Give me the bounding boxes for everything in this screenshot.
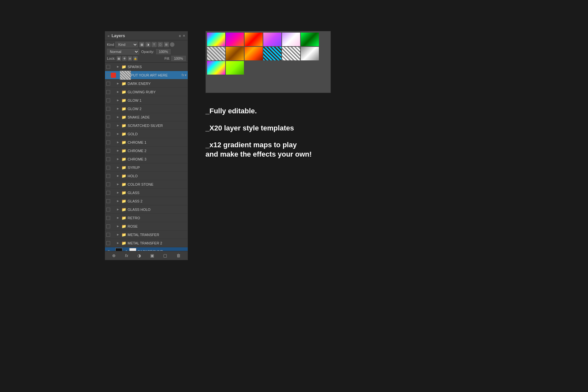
folder-button[interactable]: ▣: [149, 253, 155, 259]
close-icon[interactable]: ×: [183, 34, 185, 38]
eye-icon[interactable]: [111, 106, 116, 111]
visibility-checkbox[interactable]: [106, 199, 110, 203]
eye-icon[interactable]: [111, 148, 116, 153]
layer-row[interactable]: ▶ 📁 GOLD: [105, 130, 188, 138]
expand-arrow[interactable]: ▶: [116, 208, 120, 211]
lock-all-icon[interactable]: 🔒: [133, 56, 138, 61]
swatch-6[interactable]: [301, 33, 319, 46]
expand-arrow[interactable]: ▶: [116, 82, 120, 86]
layer-row[interactable]: ▶ 📁 RETRO: [105, 214, 188, 222]
visibility-checkbox[interactable]: [106, 98, 110, 102]
visibility-checkbox[interactable]: [106, 140, 110, 144]
delete-layer-button[interactable]: 🗑: [175, 253, 182, 259]
visibility-checkbox[interactable]: [106, 191, 110, 195]
visibility-checkbox[interactable]: [106, 124, 110, 128]
swatch-5[interactable]: [282, 33, 300, 46]
visibility-checkbox[interactable]: [106, 157, 110, 161]
swatch-10[interactable]: [263, 47, 281, 60]
eye-icon[interactable]: [111, 224, 116, 229]
visibility-checkbox[interactable]: [106, 241, 110, 245]
visibility-checkbox[interactable]: [106, 208, 110, 211]
eye-icon[interactable]: [111, 98, 116, 103]
eye-icon[interactable]: [111, 165, 116, 170]
expand-arrow[interactable]: ▶: [116, 132, 120, 136]
layer-row[interactable]: ▶ 📁 HOLO: [105, 172, 188, 180]
eye-icon[interactable]: [111, 140, 116, 145]
expand-arrow[interactable]: ▶: [116, 149, 120, 153]
expand-arrow[interactable]: ▶: [116, 191, 120, 195]
visibility-checkbox[interactable]: [106, 233, 110, 237]
new-layer-button[interactable]: ▢: [162, 253, 168, 259]
layer-row[interactable]: ▶ 📁 GLOW 2: [105, 105, 188, 113]
eye-icon[interactable]: [111, 89, 116, 95]
visibility-checkbox[interactable]: [106, 224, 110, 228]
expand-arrow[interactable]: ▶: [116, 216, 120, 220]
kind-select[interactable]: Kind: [115, 42, 138, 47]
layer-row-background[interactable]: 👁 🔒 BACKGROUND: [105, 247, 188, 251]
fx-badge[interactable]: fx ▾: [182, 73, 186, 77]
lock-move-icon[interactable]: ✥: [122, 56, 127, 61]
eye-icon[interactable]: [111, 173, 116, 179]
collapse-icon[interactable]: «: [108, 34, 110, 38]
expand-arrow[interactable]: ▶: [116, 90, 120, 94]
adjustment-icon[interactable]: ◑: [145, 42, 151, 47]
visibility-checkbox[interactable]: [106, 216, 110, 220]
eye-icon[interactable]: [111, 157, 116, 162]
eye-icon[interactable]: [111, 215, 116, 221]
layer-row[interactable]: ▶ 📁 SYRUP: [105, 163, 188, 172]
expand-arrow[interactable]: ▶: [116, 241, 120, 245]
lock-artboard-icon[interactable]: ⊞: [128, 56, 132, 61]
layer-row[interactable]: ▶ 📁 GLASS 2: [105, 197, 188, 205]
layer-row[interactable]: ▶ 📁 SNAKE JADE: [105, 113, 188, 121]
swatch-9[interactable]: [245, 47, 263, 60]
pixel-icon[interactable]: ▩: [139, 42, 144, 47]
link-icon[interactable]: ⊕: [111, 253, 117, 259]
expand-arrow[interactable]: ▶: [116, 224, 120, 228]
fx-chevron[interactable]: ▾: [185, 73, 186, 77]
eye-icon[interactable]: [111, 81, 116, 86]
layer-row[interactable]: ▶ 📁 GLOW 1: [105, 96, 188, 105]
visibility-checkbox[interactable]: [106, 90, 110, 94]
swatch-8[interactable]: [226, 47, 244, 60]
layer-row[interactable]: ▶ 📁 DARK ENERY: [105, 79, 188, 88]
eye-icon[interactable]: [111, 199, 116, 204]
layer-row[interactable]: ▶ 📁 METAL TRANSFER: [105, 231, 188, 239]
expand-arrow[interactable]: ▶: [116, 65, 120, 69]
lock-pixel-icon[interactable]: ▩: [117, 56, 121, 61]
visibility-checkbox[interactable]: [106, 73, 110, 77]
layer-row[interactable]: ▶ 📁 GLASS: [105, 189, 188, 197]
eye-icon[interactable]: [111, 232, 116, 237]
smart-icon[interactable]: ⊞: [164, 42, 169, 47]
visibility-checkbox[interactable]: [106, 132, 110, 136]
expand-arrow[interactable]: ▶: [116, 199, 120, 203]
layer-row-art[interactable]: 👁 PUT YOUR ART HERE fx ▾: [105, 71, 188, 79]
swatch-3[interactable]: [245, 33, 263, 46]
expand-arrow[interactable]: ▶: [116, 166, 120, 170]
visibility-checkbox[interactable]: [106, 107, 110, 111]
swatch-12[interactable]: [301, 47, 319, 60]
eye-icon-art[interactable]: 👁: [111, 73, 116, 78]
eye-icon[interactable]: [111, 190, 116, 195]
eye-icon[interactable]: [111, 241, 116, 246]
expand-arrow[interactable]: ▶: [116, 124, 120, 128]
layer-row[interactable]: ▶ 📁 ROSE: [105, 222, 188, 231]
eye-icon[interactable]: [111, 131, 116, 137]
layer-row[interactable]: ▶ 📁 CHROME 2: [105, 147, 188, 155]
blend-mode-select[interactable]: Normal: [107, 49, 139, 55]
swatch-1[interactable]: [207, 33, 225, 46]
visibility-checkbox[interactable]: [106, 182, 110, 186]
swatch-7[interactable]: [207, 47, 225, 60]
circle-filter-icon[interactable]: [170, 42, 174, 47]
visibility-checkbox[interactable]: [106, 166, 110, 170]
expand-arrow[interactable]: ▶: [116, 98, 120, 102]
expand-arrow[interactable]: ▶: [116, 233, 120, 237]
expand-arrow[interactable]: ▶: [116, 140, 120, 144]
layer-row[interactable]: ▶ 📁 COLOR STONE: [105, 180, 188, 189]
visibility-checkbox[interactable]: [106, 174, 110, 178]
visibility-checkbox[interactable]: [106, 115, 110, 119]
eye-icon[interactable]: [111, 207, 116, 212]
swatch-14[interactable]: [226, 61, 244, 75]
expand-arrow[interactable]: ▶: [116, 182, 120, 186]
adjustment-button[interactable]: ◑: [136, 253, 142, 259]
expand-arrow-art[interactable]: [116, 73, 120, 77]
